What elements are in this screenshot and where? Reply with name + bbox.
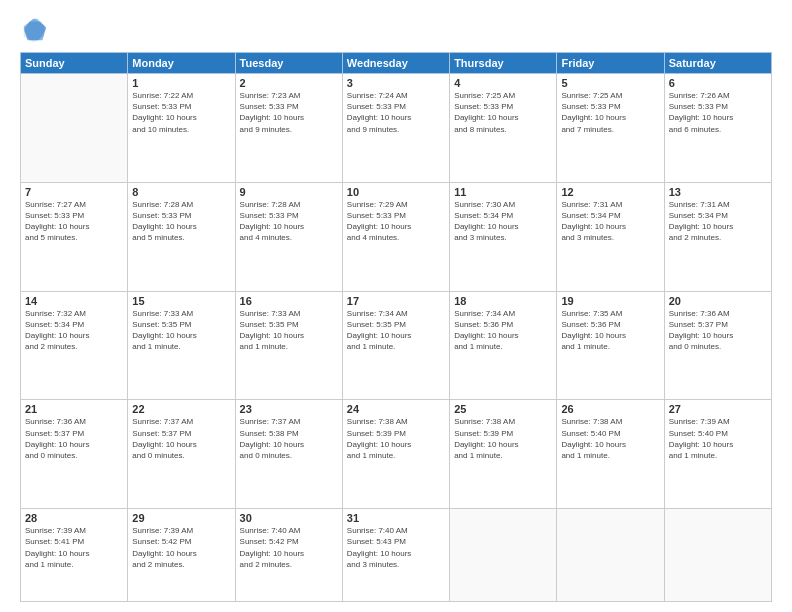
day-info: Sunrise: 7:38 AM Sunset: 5:39 PM Dayligh… — [347, 416, 445, 461]
day-info: Sunrise: 7:36 AM Sunset: 5:37 PM Dayligh… — [669, 308, 767, 353]
calendar-cell: 7Sunrise: 7:27 AM Sunset: 5:33 PM Daylig… — [21, 182, 128, 291]
calendar-cell: 5Sunrise: 7:25 AM Sunset: 5:33 PM Daylig… — [557, 74, 664, 183]
day-info: Sunrise: 7:30 AM Sunset: 5:34 PM Dayligh… — [454, 199, 552, 244]
day-info: Sunrise: 7:33 AM Sunset: 5:35 PM Dayligh… — [240, 308, 338, 353]
calendar-cell: 9Sunrise: 7:28 AM Sunset: 5:33 PM Daylig… — [235, 182, 342, 291]
calendar-cell: 24Sunrise: 7:38 AM Sunset: 5:39 PM Dayli… — [342, 400, 449, 509]
calendar-cell — [450, 509, 557, 602]
weekday-header-sunday: Sunday — [21, 53, 128, 74]
calendar-cell — [21, 74, 128, 183]
svg-marker-2 — [24, 19, 46, 40]
day-number: 14 — [25, 295, 123, 307]
day-info: Sunrise: 7:38 AM Sunset: 5:39 PM Dayligh… — [454, 416, 552, 461]
day-info: Sunrise: 7:38 AM Sunset: 5:40 PM Dayligh… — [561, 416, 659, 461]
day-info: Sunrise: 7:25 AM Sunset: 5:33 PM Dayligh… — [561, 90, 659, 135]
day-info: Sunrise: 7:28 AM Sunset: 5:33 PM Dayligh… — [132, 199, 230, 244]
day-number: 2 — [240, 77, 338, 89]
weekday-header-monday: Monday — [128, 53, 235, 74]
day-info: Sunrise: 7:23 AM Sunset: 5:33 PM Dayligh… — [240, 90, 338, 135]
day-number: 13 — [669, 186, 767, 198]
day-info: Sunrise: 7:36 AM Sunset: 5:37 PM Dayligh… — [25, 416, 123, 461]
day-number: 5 — [561, 77, 659, 89]
day-info: Sunrise: 7:39 AM Sunset: 5:40 PM Dayligh… — [669, 416, 767, 461]
calendar-cell: 23Sunrise: 7:37 AM Sunset: 5:38 PM Dayli… — [235, 400, 342, 509]
day-number: 24 — [347, 403, 445, 415]
calendar-cell: 30Sunrise: 7:40 AM Sunset: 5:42 PM Dayli… — [235, 509, 342, 602]
calendar-cell: 28Sunrise: 7:39 AM Sunset: 5:41 PM Dayli… — [21, 509, 128, 602]
calendar-cell: 6Sunrise: 7:26 AM Sunset: 5:33 PM Daylig… — [664, 74, 771, 183]
weekday-header-wednesday: Wednesday — [342, 53, 449, 74]
day-info: Sunrise: 7:29 AM Sunset: 5:33 PM Dayligh… — [347, 199, 445, 244]
day-info: Sunrise: 7:40 AM Sunset: 5:42 PM Dayligh… — [240, 525, 338, 570]
calendar-cell: 18Sunrise: 7:34 AM Sunset: 5:36 PM Dayli… — [450, 291, 557, 400]
day-number: 3 — [347, 77, 445, 89]
calendar-cell: 17Sunrise: 7:34 AM Sunset: 5:35 PM Dayli… — [342, 291, 449, 400]
weekday-header-row: SundayMondayTuesdayWednesdayThursdayFrid… — [21, 53, 772, 74]
day-number: 26 — [561, 403, 659, 415]
page: SundayMondayTuesdayWednesdayThursdayFrid… — [0, 0, 792, 612]
day-info: Sunrise: 7:39 AM Sunset: 5:42 PM Dayligh… — [132, 525, 230, 570]
day-info: Sunrise: 7:37 AM Sunset: 5:38 PM Dayligh… — [240, 416, 338, 461]
day-info: Sunrise: 7:34 AM Sunset: 5:35 PM Dayligh… — [347, 308, 445, 353]
calendar-cell: 12Sunrise: 7:31 AM Sunset: 5:34 PM Dayli… — [557, 182, 664, 291]
day-number: 18 — [454, 295, 552, 307]
calendar-week-4: 21Sunrise: 7:36 AM Sunset: 5:37 PM Dayli… — [21, 400, 772, 509]
calendar-cell: 10Sunrise: 7:29 AM Sunset: 5:33 PM Dayli… — [342, 182, 449, 291]
day-info: Sunrise: 7:32 AM Sunset: 5:34 PM Dayligh… — [25, 308, 123, 353]
day-info: Sunrise: 7:37 AM Sunset: 5:37 PM Dayligh… — [132, 416, 230, 461]
calendar-table: SundayMondayTuesdayWednesdayThursdayFrid… — [20, 52, 772, 602]
day-info: Sunrise: 7:39 AM Sunset: 5:41 PM Dayligh… — [25, 525, 123, 570]
day-number: 11 — [454, 186, 552, 198]
day-info: Sunrise: 7:34 AM Sunset: 5:36 PM Dayligh… — [454, 308, 552, 353]
weekday-header-saturday: Saturday — [664, 53, 771, 74]
calendar-cell — [664, 509, 771, 602]
day-number: 15 — [132, 295, 230, 307]
day-info: Sunrise: 7:25 AM Sunset: 5:33 PM Dayligh… — [454, 90, 552, 135]
calendar-cell: 2Sunrise: 7:23 AM Sunset: 5:33 PM Daylig… — [235, 74, 342, 183]
calendar-cell: 14Sunrise: 7:32 AM Sunset: 5:34 PM Dayli… — [21, 291, 128, 400]
day-number: 22 — [132, 403, 230, 415]
calendar-cell: 20Sunrise: 7:36 AM Sunset: 5:37 PM Dayli… — [664, 291, 771, 400]
day-number: 30 — [240, 512, 338, 524]
calendar-cell: 31Sunrise: 7:40 AM Sunset: 5:43 PM Dayli… — [342, 509, 449, 602]
calendar-cell: 11Sunrise: 7:30 AM Sunset: 5:34 PM Dayli… — [450, 182, 557, 291]
calendar-cell: 15Sunrise: 7:33 AM Sunset: 5:35 PM Dayli… — [128, 291, 235, 400]
day-number: 7 — [25, 186, 123, 198]
logo — [20, 16, 52, 44]
day-info: Sunrise: 7:24 AM Sunset: 5:33 PM Dayligh… — [347, 90, 445, 135]
calendar-cell: 29Sunrise: 7:39 AM Sunset: 5:42 PM Dayli… — [128, 509, 235, 602]
calendar-week-2: 7Sunrise: 7:27 AM Sunset: 5:33 PM Daylig… — [21, 182, 772, 291]
day-number: 25 — [454, 403, 552, 415]
calendar-week-1: 1Sunrise: 7:22 AM Sunset: 5:33 PM Daylig… — [21, 74, 772, 183]
day-number: 6 — [669, 77, 767, 89]
day-number: 31 — [347, 512, 445, 524]
weekday-header-thursday: Thursday — [450, 53, 557, 74]
calendar-cell: 13Sunrise: 7:31 AM Sunset: 5:34 PM Dayli… — [664, 182, 771, 291]
day-number: 19 — [561, 295, 659, 307]
header — [20, 16, 772, 44]
day-info: Sunrise: 7:31 AM Sunset: 5:34 PM Dayligh… — [669, 199, 767, 244]
day-info: Sunrise: 7:31 AM Sunset: 5:34 PM Dayligh… — [561, 199, 659, 244]
calendar-cell: 22Sunrise: 7:37 AM Sunset: 5:37 PM Dayli… — [128, 400, 235, 509]
calendar-cell: 1Sunrise: 7:22 AM Sunset: 5:33 PM Daylig… — [128, 74, 235, 183]
logo-icon — [20, 16, 48, 44]
calendar-week-3: 14Sunrise: 7:32 AM Sunset: 5:34 PM Dayli… — [21, 291, 772, 400]
day-info: Sunrise: 7:27 AM Sunset: 5:33 PM Dayligh… — [25, 199, 123, 244]
calendar-cell: 4Sunrise: 7:25 AM Sunset: 5:33 PM Daylig… — [450, 74, 557, 183]
day-info: Sunrise: 7:33 AM Sunset: 5:35 PM Dayligh… — [132, 308, 230, 353]
day-info: Sunrise: 7:22 AM Sunset: 5:33 PM Dayligh… — [132, 90, 230, 135]
day-info: Sunrise: 7:35 AM Sunset: 5:36 PM Dayligh… — [561, 308, 659, 353]
calendar-cell: 19Sunrise: 7:35 AM Sunset: 5:36 PM Dayli… — [557, 291, 664, 400]
calendar-cell: 3Sunrise: 7:24 AM Sunset: 5:33 PM Daylig… — [342, 74, 449, 183]
calendar-cell: 25Sunrise: 7:38 AM Sunset: 5:39 PM Dayli… — [450, 400, 557, 509]
day-number: 20 — [669, 295, 767, 307]
calendar-cell: 8Sunrise: 7:28 AM Sunset: 5:33 PM Daylig… — [128, 182, 235, 291]
day-number: 10 — [347, 186, 445, 198]
weekday-header-friday: Friday — [557, 53, 664, 74]
day-number: 4 — [454, 77, 552, 89]
weekday-header-tuesday: Tuesday — [235, 53, 342, 74]
day-number: 28 — [25, 512, 123, 524]
calendar-week-5: 28Sunrise: 7:39 AM Sunset: 5:41 PM Dayli… — [21, 509, 772, 602]
day-number: 8 — [132, 186, 230, 198]
calendar-cell — [557, 509, 664, 602]
